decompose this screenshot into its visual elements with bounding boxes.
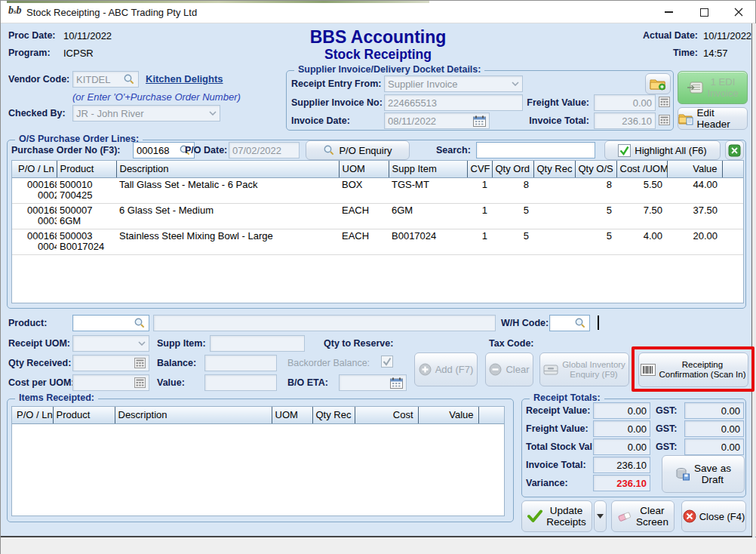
chevron-down-icon xyxy=(138,341,146,346)
supplier-invoice-no-field[interactable]: 224665513 xyxy=(384,94,523,111)
product-field[interactable] xyxy=(72,315,149,331)
cost-per-uom-field[interactable] xyxy=(72,374,149,391)
invoice-total-bottom-field: 236.10 xyxy=(593,457,650,473)
calculator-icon[interactable] xyxy=(659,115,670,125)
minus-circle-icon xyxy=(489,363,502,376)
time-value: 14:57 xyxy=(703,48,728,59)
clear-screen-button[interactable]: ClearScreen xyxy=(611,500,675,532)
chevron-down-icon xyxy=(209,111,217,115)
calculator-icon[interactable] xyxy=(134,377,146,388)
receipt-uom-label: Receipt UOM: xyxy=(8,338,70,349)
global-inventory-enquiry-button[interactable]: Global InventoryEnquiry (F9) xyxy=(539,352,629,386)
po-lines-title: O/S Purchase Order Lines: xyxy=(15,134,143,144)
vendor-name-link[interactable]: Kitchen Delights xyxy=(146,73,223,85)
po-enquiry-button[interactable]: P/O Enquiry xyxy=(306,140,410,160)
col-supp-item: Supp Item xyxy=(389,161,467,177)
edi-invoice-button[interactable]: 1 EDIInvoice xyxy=(678,71,748,104)
actual-date-label: Actual Date: xyxy=(627,30,698,41)
freight-total-label: Freight Value: xyxy=(526,423,589,434)
invoice-total-label: Invoice Total: xyxy=(505,115,589,126)
calculator-icon[interactable] xyxy=(134,358,146,368)
text-cursor xyxy=(598,315,599,330)
save-as-draft-button[interactable]: Save asDraft xyxy=(662,455,745,493)
gst-label: GST: xyxy=(656,442,677,452)
eraser-icon xyxy=(617,510,632,523)
qty-to-reserve-label: Qty to Reserve: xyxy=(324,338,393,349)
add-button[interactable]: Add (F7) xyxy=(414,352,478,386)
minimize-button[interactable] xyxy=(651,1,686,23)
chevron-down-icon xyxy=(512,82,519,86)
title-bar: bsb Stock Receipting - ABC Trading Pty L… xyxy=(1,1,755,23)
maximize-button[interactable] xyxy=(687,1,721,23)
invoice-date-label: Invoice Date: xyxy=(291,115,350,126)
receipt-totals-title: Receipt Totals: xyxy=(530,392,604,403)
bo-eta-field[interactable] xyxy=(339,374,407,391)
tax-code-label: Tax Code: xyxy=(489,338,534,349)
col-uom: UOM xyxy=(272,407,312,423)
supplier-invoice-no-label: Supplier Invoice No: xyxy=(291,97,383,108)
wh-code-field[interactable] xyxy=(549,315,590,331)
po-table-header-row: P/O / Ln Product Description UOM Supp It… xyxy=(12,161,744,177)
desktop-edge xyxy=(7,1,429,3)
app-title: BBS Accounting xyxy=(250,27,506,48)
screen-title: Stock Receipting xyxy=(250,47,506,63)
po-line-row[interactable]: 0001680003 5000076GM 6 Glass Set - Mediu… xyxy=(12,203,744,229)
invoice-date-field[interactable]: 08/11/2022 xyxy=(384,112,490,129)
col-value: Value xyxy=(418,407,478,423)
col-cost-uom: Cost /UOM xyxy=(616,161,667,177)
search-input[interactable] xyxy=(476,142,595,159)
receipt-entry-from-label: Receipt Entry From: xyxy=(291,78,381,89)
window-title: Stock Receipting - ABC Trading Pty Ltd xyxy=(26,7,197,18)
backorder-checkbox[interactable] xyxy=(381,355,393,368)
vendor-code-field[interactable]: KITDEL xyxy=(72,71,139,88)
status-bar xyxy=(1,537,756,554)
search-label: Search: xyxy=(436,145,471,155)
annotation-highlight-box xyxy=(632,346,754,392)
gst-label: GST: xyxy=(656,405,677,416)
search-icon[interactable] xyxy=(123,73,135,85)
supp-item-field[interactable] xyxy=(210,335,305,352)
app-window: bsb Stock Receipting - ABC Trading Pty L… xyxy=(0,0,756,554)
items-receipted-title: Items Receipted: xyxy=(15,392,98,403)
vendor-code-label: Vendor Code: xyxy=(8,74,69,85)
qty-received-label: Qty Received: xyxy=(8,358,71,368)
edit-header-button[interactable]: Edit Header xyxy=(678,107,748,130)
inventory-icon xyxy=(543,364,558,376)
update-receipts-button[interactable]: UpdateReceipts xyxy=(521,500,592,532)
po-line-row[interactable]: 0001680002 500010700425 Tall Glass Set -… xyxy=(12,177,744,203)
receipt-value-label: Receipt Value: xyxy=(526,405,590,416)
receipt-uom-select[interactable] xyxy=(72,335,149,352)
export-excel-button[interactable] xyxy=(725,140,744,160)
col-cost: Cost xyxy=(355,407,418,423)
col-value: Value xyxy=(667,161,722,177)
po-line-row[interactable]: 0001680004 500003B0017024 Stainless Stee… xyxy=(12,229,744,254)
supplier-details-title: Supplier Invoice/Delivery Docket Details… xyxy=(294,64,484,75)
close-button[interactable] xyxy=(721,1,756,23)
update-receipts-dropdown-button[interactable] xyxy=(594,500,607,532)
app-icon: bsb xyxy=(8,5,22,17)
close-f4-button[interactable]: Close (F4) xyxy=(681,500,746,532)
col-description: Description xyxy=(116,161,339,177)
calculator-icon[interactable] xyxy=(659,97,670,107)
col-po-ln: P/O / Ln xyxy=(12,161,57,177)
receipt-entry-from-select[interactable]: Supplier Invoice xyxy=(384,75,523,92)
checked-by-select[interactable]: JR - John River xyxy=(72,105,220,122)
value-label: Value: xyxy=(157,377,185,388)
po-date-label: P/O Date: xyxy=(185,145,227,155)
dropdown-arrow-icon xyxy=(597,514,604,519)
highlight-all-button[interactable]: Highlight All (F6) xyxy=(604,140,721,160)
calendar-icon[interactable] xyxy=(390,377,403,389)
search-icon[interactable] xyxy=(574,317,586,329)
invoice-total-bottom-label: Invoice Total: xyxy=(526,460,586,470)
qty-received-field[interactable] xyxy=(72,355,149,371)
col-description: Description xyxy=(115,407,272,423)
clear-button[interactable]: Clear xyxy=(485,352,533,386)
calendar-icon[interactable] xyxy=(473,115,486,127)
new-docket-button[interactable] xyxy=(645,73,671,94)
po-date-field: 07/02/2022 xyxy=(229,142,300,159)
stock-gst-field: 0.00 xyxy=(684,439,744,455)
search-icon[interactable] xyxy=(134,317,146,329)
proc-date-value: 10/11/2022 xyxy=(63,30,112,42)
freight-gst-field: 0.00 xyxy=(684,420,744,437)
col-spacer xyxy=(722,161,744,177)
